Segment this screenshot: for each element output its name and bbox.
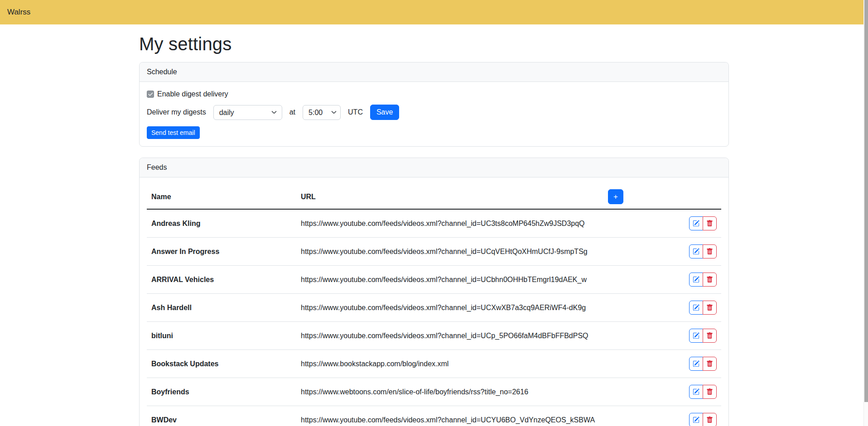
deliver-row: Deliver my digests daily at 5:00 UTC Sav…	[147, 105, 721, 120]
interval-select-wrap: daily	[213, 105, 282, 120]
schedule-card-header: Schedule	[140, 62, 728, 82]
delete-feed-button[interactable]	[703, 357, 717, 371]
delete-feed-button[interactable]	[703, 273, 717, 287]
feed-action-group	[689, 385, 717, 399]
feed-action-group	[689, 357, 717, 371]
trash-icon	[706, 360, 713, 367]
feed-url: https://www.youtube.com/feeds/videos.xml…	[296, 266, 603, 294]
scrollbar[interactable]	[863, 0, 868, 426]
feed-row: Ash Hardell https://www.youtube.com/feed…	[147, 294, 721, 322]
pencil-square-icon	[693, 220, 699, 227]
feed-name: Ash Hardell	[147, 294, 296, 322]
time-select[interactable]: 5:00	[303, 105, 341, 120]
feed-row: Bookstack Updates https://www.bookstacka…	[147, 350, 721, 378]
feed-actions	[603, 294, 721, 322]
feed-url: https://www.youtube.com/feeds/videos.xml…	[296, 209, 603, 238]
feed-name: BWDev	[147, 406, 296, 426]
edit-feed-button[interactable]	[689, 301, 703, 315]
feed-name: bitluni	[147, 322, 296, 350]
feed-action-group	[689, 244, 717, 258]
feed-actions	[603, 378, 721, 406]
feed-row: bitluni https://www.youtube.com/feeds/vi…	[147, 322, 721, 350]
delete-feed-button[interactable]	[703, 244, 717, 258]
delete-feed-button[interactable]	[703, 301, 717, 315]
feed-actions	[603, 266, 721, 294]
schedule-card: Schedule Enable digest delivery Deliver …	[139, 62, 729, 147]
deliver-label: Deliver my digests	[147, 108, 206, 116]
feed-action-group	[689, 216, 717, 230]
feed-actions	[603, 406, 721, 426]
feed-action-group	[689, 329, 717, 343]
feeds-card-body: Name URL + Andreas Kling https://www.you…	[140, 177, 728, 426]
feeds-card-header: Feeds	[140, 158, 728, 177]
feed-action-group	[689, 301, 717, 315]
trash-icon	[706, 388, 713, 395]
feed-url: https://www.bookstackapp.com/blog/index.…	[296, 350, 603, 378]
edit-feed-button[interactable]	[689, 244, 703, 258]
add-feed-button[interactable]: +	[608, 189, 623, 204]
feed-row: BWDev https://www.youtube.com/feeds/vide…	[147, 406, 721, 426]
scrollbar-thumb[interactable]	[864, 0, 868, 402]
delete-feed-button[interactable]	[703, 385, 717, 399]
edit-feed-button[interactable]	[689, 273, 703, 287]
app-navbar: Walrss	[0, 0, 868, 24]
edit-feed-button[interactable]	[689, 357, 703, 371]
edit-feed-button[interactable]	[689, 385, 703, 399]
feeds-card: Feeds Name URL + Andreas Kling https://w…	[139, 158, 729, 426]
edit-feed-button[interactable]	[689, 216, 703, 230]
trash-icon	[706, 248, 713, 255]
feeds-table-header-row: Name URL +	[147, 185, 721, 209]
pencil-square-icon	[693, 332, 699, 339]
trash-icon	[706, 332, 713, 339]
feed-row: Andreas Kling https://www.youtube.com/fe…	[147, 209, 721, 238]
feed-name: Boyfriends	[147, 378, 296, 406]
feed-name: Answer In Progress	[147, 238, 296, 266]
feed-actions	[603, 209, 721, 238]
feed-name: Andreas Kling	[147, 209, 296, 238]
feed-actions	[603, 350, 721, 378]
column-header-actions: +	[603, 185, 721, 209]
trash-icon	[706, 276, 713, 283]
feed-name: Bookstack Updates	[147, 350, 296, 378]
settings-page: My settings Schedule Enable digest deliv…	[139, 24, 729, 426]
pencil-square-icon	[693, 276, 699, 283]
interval-select[interactable]: daily	[213, 105, 282, 120]
feed-url: https://www.youtube.com/feeds/videos.xml…	[296, 238, 603, 266]
save-button[interactable]: Save	[370, 105, 399, 120]
trash-icon	[706, 304, 713, 311]
trash-icon	[706, 220, 713, 227]
time-select-wrap: 5:00	[303, 105, 341, 120]
schedule-card-body: Enable digest delivery Deliver my digest…	[140, 82, 728, 146]
feed-name: ARRIVAL Vehicles	[147, 266, 296, 294]
pencil-square-icon	[693, 416, 699, 423]
delete-feed-button[interactable]	[703, 329, 717, 343]
feed-actions	[603, 322, 721, 350]
delete-feed-button[interactable]	[703, 216, 717, 230]
brand-title: Walrss	[7, 8, 30, 17]
enable-digest-label: Enable digest delivery	[157, 90, 228, 98]
at-label: at	[289, 108, 295, 116]
column-header-url: URL	[296, 185, 603, 209]
trash-icon	[706, 416, 713, 423]
delete-feed-button[interactable]	[703, 413, 717, 426]
pencil-square-icon	[693, 388, 699, 395]
feed-url: https://www.webtoons.com/en/slice-of-lif…	[296, 378, 603, 406]
pencil-square-icon	[693, 248, 699, 255]
feed-action-group	[689, 273, 717, 287]
edit-feed-button[interactable]	[689, 329, 703, 343]
feed-row: ARRIVAL Vehicles https://www.youtube.com…	[147, 266, 721, 294]
feed-url: https://www.youtube.com/feeds/videos.xml…	[296, 294, 603, 322]
column-header-name: Name	[147, 185, 296, 209]
feed-url: https://www.youtube.com/feeds/videos.xml…	[296, 406, 603, 426]
edit-feed-button[interactable]	[689, 413, 703, 426]
feed-row: Boyfriends https://www.webtoons.com/en/s…	[147, 378, 721, 406]
feed-row: Answer In Progress https://www.youtube.c…	[147, 238, 721, 266]
enable-digest-row[interactable]: Enable digest delivery	[147, 90, 721, 98]
check-icon	[148, 91, 153, 97]
page-title: My settings	[139, 34, 729, 54]
feed-url: https://www.youtube.com/feeds/videos.xml…	[296, 322, 603, 350]
enable-digest-checkbox[interactable]	[147, 91, 154, 98]
pencil-square-icon	[693, 304, 699, 311]
send-test-email-button[interactable]: Send test email	[147, 126, 200, 139]
feed-action-group	[689, 413, 717, 426]
